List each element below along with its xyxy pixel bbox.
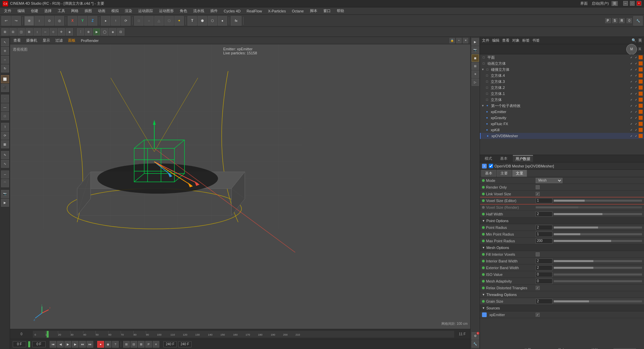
tb-snap[interactable]: ⟳	[121, 16, 130, 26]
left-icon-edges[interactable]: —	[1, 103, 9, 111]
tb-move[interactable]: ↕	[35, 16, 44, 26]
frame-current-input[interactable]	[32, 341, 46, 347]
iso-value-slider[interactable]	[554, 273, 642, 276]
menu-motion-track[interactable]: 运动跟踪	[136, 8, 156, 14]
props-tab-mode[interactable]: 模式	[482, 155, 495, 162]
props-tab-basic[interactable]: 基本	[497, 155, 510, 162]
max-point-radius-input[interactable]	[536, 238, 552, 244]
key-btn[interactable]: ⊟	[130, 341, 137, 348]
hier-cube2[interactable]: □ 立方体.2 ✓ ✓	[480, 85, 644, 91]
max-point-radius-slider[interactable]	[554, 240, 642, 242]
tb-cone[interactable]: △	[154, 16, 164, 26]
props-tab-userdata[interactable]: 用户数据	[513, 155, 533, 162]
section-mesh-options[interactable]: ▼ Mesh Options	[480, 244, 644, 251]
hier-xpovdbmesher[interactable]: ● xpOVDBMesher ✓ ✓	[480, 133, 644, 139]
render-only-checkbox[interactable]	[536, 185, 540, 189]
min-point-radius-input[interactable]	[536, 232, 552, 237]
tb2-9[interactable]: ◈	[66, 28, 73, 36]
timeline-ruler[interactable]: 0 10 20 30 40 50 60 70 80 90 100 110 120…	[33, 331, 454, 338]
close-button[interactable]: ✕	[637, 1, 641, 6]
props-subtab-content[interactable]: 文里	[512, 170, 527, 177]
interior-band-input[interactable]	[536, 258, 552, 264]
rp-tags[interactable]: 标签	[522, 38, 530, 43]
left-icon-move[interactable]: ✛	[1, 47, 9, 55]
menu-octane[interactable]: Octane	[289, 8, 306, 14]
left-icon-spline2[interactable]: ⌒	[1, 179, 9, 187]
left-icon-knife[interactable]: ⌇	[1, 123, 9, 131]
tb-scale[interactable]: ⊙	[45, 16, 54, 26]
menu-create[interactable]: 创建	[28, 8, 41, 14]
left-icon-poly[interactable]: □	[1, 112, 9, 120]
topright-lang[interactable]: 英	[611, 1, 618, 6]
tb2-anim2[interactable]: ◯	[101, 28, 108, 36]
viewport-3d[interactable]: 透视视图 Emitter: xpEmitter Live particles: …	[10, 44, 470, 329]
tb2-5[interactable]: ↕	[34, 28, 41, 36]
link-voxel-checkbox[interactable]: ✓	[536, 192, 540, 196]
vp-tex-icon[interactable]: ◼	[472, 54, 479, 62]
tb2-4[interactable]: ⊠	[25, 28, 33, 36]
hier-xpkill[interactable]: ● xpKill ✓ ✓	[480, 127, 644, 133]
point-radius-slider[interactable]	[554, 227, 642, 229]
vp-cam-icon[interactable]: 📷	[472, 46, 479, 54]
rp-objects[interactable]: 对象	[512, 38, 520, 43]
tb-select-live[interactable]: ⊕	[24, 16, 34, 26]
relax-distorted-checkbox[interactable]: ✓	[536, 286, 540, 290]
vp-light-icon[interactable]: ☀	[472, 70, 479, 78]
play-btn-end[interactable]: ⏮	[50, 341, 56, 348]
morph-btn[interactable]: ⊞	[123, 341, 130, 348]
tb-light[interactable]: ✦	[174, 16, 184, 26]
tb-parent[interactable]: ↑	[111, 16, 120, 26]
left-icon-render[interactable]: ▶	[1, 199, 9, 207]
section-sources[interactable]: ▼ Sources	[480, 305, 644, 311]
topright-launch[interactable]: 启动(用户)	[590, 1, 610, 6]
vp-settings-icon[interactable]: 1 ⚙	[472, 332, 479, 340]
vp-render2-icon[interactable]: 🔧	[472, 340, 479, 348]
hier-xpemitter[interactable]: ● xpEmitter ✓ ✓	[480, 109, 644, 115]
render-btn[interactable]: ≡	[153, 341, 159, 348]
play-btn-next[interactable]: ▶	[72, 341, 78, 348]
rp-file[interactable]: 文件	[482, 38, 489, 43]
tb-axis-x[interactable]: X	[68, 16, 77, 26]
voxel-size-render-slider[interactable]	[536, 206, 642, 208]
menu-pipeline[interactable]: 流水线	[191, 8, 207, 14]
vp-wire-icon[interactable]: ⊞	[472, 62, 479, 70]
end-frame-input1[interactable]	[163, 341, 177, 347]
left-icon-select[interactable]: ↖	[1, 38, 9, 46]
vp-lock-icon[interactable]: 🔒	[449, 38, 455, 43]
point-radius-input[interactable]	[536, 225, 552, 230]
left-icon-magnet[interactable]: ∿	[1, 160, 9, 168]
tb2-3[interactable]: ◫	[17, 28, 25, 36]
tb2-1[interactable]: ⊞	[1, 28, 9, 36]
tb2-10[interactable]: ⋮	[77, 28, 84, 36]
rp-bookmarks[interactable]: 书签	[532, 38, 540, 43]
vp-menu-view[interactable]: 查看	[12, 38, 22, 43]
hier-cube4[interactable]: □ 立方体.4 ✓ ✓	[480, 72, 644, 79]
grain-size-slider[interactable]	[554, 300, 642, 302]
mode-dropdown[interactable]: Mesh	[536, 178, 562, 183]
tb-axis-z[interactable]: Z	[88, 16, 97, 26]
vp-menu-display[interactable]: 显示	[41, 38, 51, 43]
rp-lang-icon[interactable]: 英	[638, 38, 642, 43]
hier-cube3[interactable]: □ 立方体.3 ✓ ✓	[480, 79, 644, 85]
menu-script[interactable]: 脚本	[307, 8, 320, 14]
tb2-6[interactable]: ↔	[42, 28, 49, 36]
record-auto[interactable]: ◉	[105, 341, 111, 348]
left-icon-texture[interactable]: ⬛	[1, 84, 9, 92]
props-subtab-main[interactable]: 主要	[497, 170, 512, 177]
voxel-size-slider[interactable]	[554, 200, 642, 202]
tb2-2[interactable]: ⊟	[9, 28, 17, 36]
vp-close-icon[interactable]: ✕	[463, 38, 468, 43]
menu-animate[interactable]: 动画	[95, 8, 108, 14]
hier-particles-group[interactable]: ▼ ✦ 第一个粒子表特效 ✓ ✓	[480, 103, 644, 109]
left-icon-model[interactable]: ⬜	[1, 75, 9, 83]
tb-cam[interactable]: ●	[218, 16, 227, 26]
frame-start-input[interactable]	[13, 341, 26, 347]
half-width-input[interactable]	[536, 211, 552, 217]
left-icon-rotate[interactable]: ↻	[1, 64, 9, 72]
menu-select[interactable]: 选择	[42, 8, 54, 14]
menu-simulate[interactable]: 模拟	[109, 8, 121, 14]
tb2-anim3[interactable]: ◈	[109, 28, 116, 36]
tb2-anim1[interactable]: ▶	[93, 28, 100, 36]
vp-add-icon[interactable]: +	[456, 38, 462, 43]
xpemitter-source-checkbox[interactable]: ✓	[536, 313, 540, 317]
